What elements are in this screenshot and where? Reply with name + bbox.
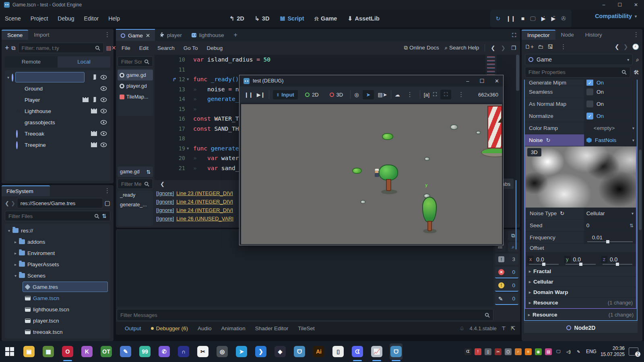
debug-2d-button[interactable]: 2D — [301, 90, 322, 99]
tray-updater-icon[interactable]: ⬡ — [505, 348, 512, 355]
slider-grabber[interactable] — [616, 263, 619, 266]
script-item-player-gd[interactable]: player.gd — [118, 80, 153, 91]
close-button[interactable]: ✕ — [495, 78, 499, 84]
filter-messages-input[interactable] — [120, 312, 482, 318]
scene-dock-menu-icon[interactable]: ⋮ — [101, 31, 114, 38]
menu-scene[interactable]: Scene — [0, 13, 26, 24]
filesystem-menu-icon[interactable]: ⋮ — [101, 187, 114, 194]
minimize-button[interactable]: – — [596, 0, 612, 10]
slider-track[interactable] — [566, 264, 595, 265]
fs-row-treeoak-tscn[interactable]: treeoak.tscn — [5, 326, 110, 337]
collapse-icon[interactable]: ▾ — [8, 228, 10, 233]
preview-3d-toggle[interactable]: 3D — [527, 148, 541, 156]
offset-z-field[interactable]: z0.0 — [599, 253, 636, 266]
tab-scene[interactable]: Scene — [2, 30, 28, 40]
section-domain-warp[interactable]: ▸Domain Warp — [526, 287, 636, 298]
tray-snip-icon[interactable]: ✂ — [495, 348, 502, 355]
tab-output[interactable]: Output — [121, 325, 145, 331]
offset-y-field[interactable]: y0.0 — [562, 253, 599, 266]
instanced-scene-icon[interactable] — [91, 109, 97, 113]
taskbar-app-obsidian[interactable]: ◆ — [274, 343, 287, 360]
tray-color-tool-icon[interactable]: ▨ — [545, 348, 552, 355]
tray-discord-tray-icon[interactable]: ᗧ — [464, 348, 471, 355]
tray-search-tool-icon[interactable]: ⌕ — [515, 348, 522, 355]
method-item-ready[interactable]: _ready — [120, 192, 151, 198]
workspace-game[interactable]: ⍾Game — [311, 13, 341, 25]
workspace-script[interactable]: 𝌡Script — [276, 13, 308, 24]
search-help-link[interactable]: ⌕ Search Help — [445, 45, 479, 51]
next-frame-icon[interactable]: ▶❙ — [257, 92, 265, 98]
inspector-menu-icon[interactable]: ⋮ — [630, 31, 642, 38]
play-custom-scene-button[interactable]: ▶̈ — [551, 15, 555, 22]
line-number[interactable]: 14 — [179, 96, 185, 102]
tab-history[interactable]: History — [580, 30, 608, 39]
warning-text-link[interactable]: Line 24 (INTEGER_DIVI — [176, 199, 233, 205]
taskbar-app-opera-gx[interactable]: O — [61, 343, 74, 360]
instance-scene-button[interactable]: ⧉ — [12, 45, 16, 51]
scrollbar-thumb[interactable] — [516, 55, 519, 91]
tree-node-treeoak[interactable]: Treeoak — [5, 128, 110, 139]
new-resource-icon[interactable]: 🗋+ — [525, 43, 534, 50]
collapse-icon[interactable]: ▾ — [7, 75, 9, 80]
tree-node-lighthouse[interactable]: Lighthouse — [5, 105, 110, 117]
script-item-game-gd[interactable]: game.gd — [118, 70, 153, 80]
stop-button[interactable]: ■ — [521, 15, 524, 22]
fs-row-res[interactable]: ▾res:// — [5, 225, 110, 236]
section-resource-inner[interactable]: ▸Resource(1 change) — [526, 298, 636, 308]
tray-volume-icon[interactable]: ◁) — [565, 348, 572, 355]
save-resource-icon[interactable]: 🖫 — [547, 43, 553, 50]
maximize-button[interactable]: ☐ — [479, 78, 484, 84]
node2d-section-header[interactable]: Node2D — [524, 322, 638, 333]
filter-files-input[interactable] — [8, 213, 92, 219]
debug-3d-button[interactable]: 3D — [326, 90, 347, 99]
add-node-button[interactable]: + — [5, 44, 9, 52]
code-scrollbar[interactable] — [516, 55, 519, 224]
fold-arrow-icon[interactable]: ▼ — [187, 77, 193, 81]
prop-as-normal-map[interactable]: As Normal Map On — [525, 98, 637, 110]
taskbar-clock[interactable]: 20:36 15.07.2025 — [601, 346, 625, 358]
taskbar-app-device[interactable]: ▯ — [332, 343, 345, 360]
tab-import[interactable]: Import — [28, 30, 55, 39]
filter-properties-input[interactable] — [528, 69, 619, 75]
line-number[interactable]: 15 — [179, 106, 185, 112]
prop-frequency[interactable]: Frequency 0.01 — [526, 232, 636, 244]
tray-display-icon[interactable]: 🖵 — [555, 348, 562, 355]
taskbar-app-krita[interactable]: K — [80, 343, 93, 360]
expand-icon[interactable]: ▸ — [14, 262, 17, 267]
line-number[interactable]: 18 — [179, 135, 185, 142]
prop-seamless[interactable]: Seamless On — [525, 86, 637, 98]
expand-bottom-panel-icon[interactable]: ⇱ — [511, 325, 515, 331]
visibility-eye-icon[interactable] — [100, 75, 107, 80]
stretch-mode-icon[interactable]: ⛶ — [440, 90, 451, 99]
slider-track[interactable] — [587, 241, 633, 242]
taskbar-app-minecraft[interactable]: ▦ — [42, 343, 55, 360]
line-number[interactable]: 16 — [179, 115, 185, 122]
code-line[interactable]: 11 — [155, 65, 516, 75]
prop-generate-mipmaps[interactable]: Generate Mipm On — [525, 80, 637, 86]
offset-x-field[interactable]: x0.0 — [526, 253, 562, 266]
workspace-assetlib[interactable]: ⬇AssetLib — [343, 13, 383, 24]
taskbar-app-illustrator[interactable]: Ai — [312, 343, 325, 360]
search-output-icon[interactable]: ⌕ — [508, 242, 518, 252]
open-docs-icon[interactable]: ⌕ — [636, 56, 639, 63]
spinner-icon[interactable]: ⇅ — [630, 223, 634, 228]
collapse-icon[interactable]: ▾ — [14, 274, 17, 278]
split-view-icon[interactable]: ▢ — [105, 200, 110, 207]
slider-grabber[interactable] — [542, 263, 545, 266]
select-list-icon[interactable]: ▤➤ — [378, 92, 387, 98]
fs-row-player-tscn[interactable]: player.tscn — [5, 315, 110, 326]
line-number[interactable]: 13 — [179, 86, 185, 93]
fs-row-game-tscn[interactable]: Game.tscn — [5, 292, 110, 304]
fs-row-enviroment[interactable]: ▸Enviroment — [5, 247, 110, 259]
script-icon[interactable] — [92, 74, 97, 80]
slider-grabber[interactable] — [579, 263, 582, 266]
prop-noise-type[interactable]: Noise Type↻ Cellular▾ — [526, 208, 636, 220]
taskbar-app-medibang[interactable]: ✎ — [119, 343, 132, 360]
notifications-bell-icon[interactable]: 🕭 — [460, 325, 465, 331]
expand-icon[interactable]: ▸ — [14, 251, 17, 255]
frame-focus-icon[interactable]: [a] — [424, 92, 429, 98]
nav-back-icon[interactable]: ❮ — [5, 200, 9, 206]
warning-text-link[interactable]: Line 26 (UNUSED_VARI — [176, 216, 233, 222]
line-number[interactable]: 17 — [179, 125, 185, 132]
tray-alert-red-icon[interactable]: ! — [475, 348, 481, 355]
